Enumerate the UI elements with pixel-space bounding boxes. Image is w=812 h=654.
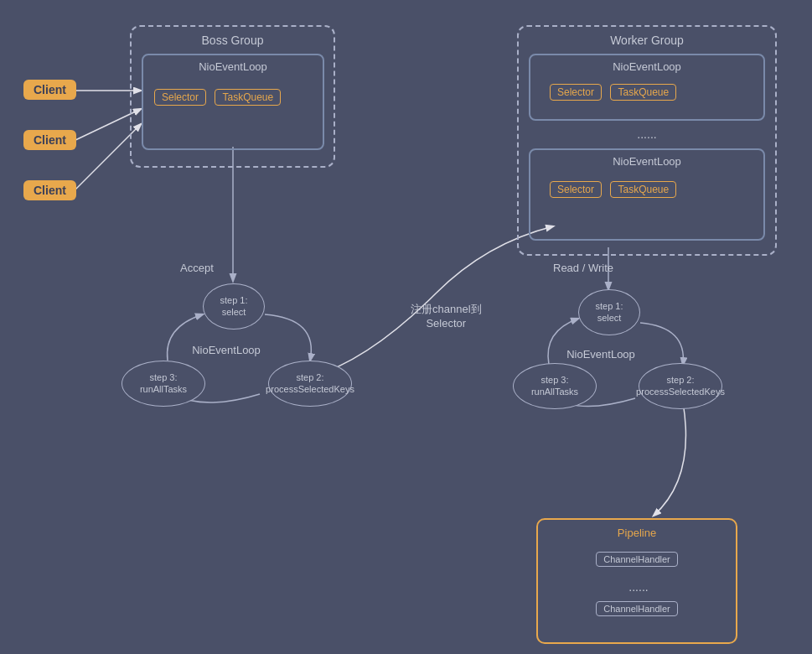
channel-handler-1-tag: ChannelHandler <box>596 552 678 567</box>
boss-nioeventloop-title: NioEventLoop <box>143 60 323 73</box>
accept-label: Accept <box>180 262 214 274</box>
client-2: Client <box>23 130 76 150</box>
worker-nioeventloop2-title: NioEventLoop <box>530 155 763 168</box>
diagram: Client Client Client Boss Group NioEvent… <box>0 0 812 654</box>
worker-step3: step 3: runAllTasks <box>513 363 597 409</box>
worker-step1: step 1: select <box>578 289 640 335</box>
boss-taskqueue-tag: TaskQueue <box>215 89 281 106</box>
client-1: Client <box>23 80 76 100</box>
worker-group: Worker Group NioEventLoop Selector TaskQ… <box>517 25 777 256</box>
registration-label: 注册channel到Selector <box>411 302 482 330</box>
worker-loop-label: NioEventLoop <box>542 348 659 361</box>
readwrite-label: Read / Write <box>553 262 613 274</box>
client-3: Client <box>23 180 76 200</box>
pipeline-dots: ...... <box>538 580 739 594</box>
worker-nioeventloop2-box: NioEventLoop Selector TaskQueue <box>529 148 765 241</box>
worker2-taskqueue-tag: TaskQueue <box>610 181 676 198</box>
worker1-selector-tag: Selector <box>550 84 602 101</box>
worker-nioeventloop1-title: NioEventLoop <box>530 60 763 73</box>
pipeline-title: Pipeline <box>538 527 736 539</box>
worker-dots: ...... <box>519 127 775 141</box>
worker-nioeventloop1-box: NioEventLoop Selector TaskQueue <box>529 54 765 121</box>
boss-loop-label: NioEventLoop <box>168 344 285 356</box>
boss-step2: step 2: processSelectedKeys <box>268 361 352 407</box>
boss-group-title: Boss Group <box>132 34 334 47</box>
worker-step2: step 2: processSelectedKeys <box>639 363 722 409</box>
worker-group-title: Worker Group <box>519 34 775 47</box>
boss-step1: step 1: select <box>203 283 265 330</box>
worker2-selector-tag: Selector <box>550 181 602 198</box>
boss-step3: step 3: runAllTasks <box>122 361 205 407</box>
boss-group: Boss Group NioEventLoop Selector TaskQue… <box>130 25 335 168</box>
worker1-taskqueue-tag: TaskQueue <box>610 84 676 101</box>
pipeline-box: Pipeline ChannelHandler ...... ChannelHa… <box>536 518 737 644</box>
channel-handler-2-tag: ChannelHandler <box>596 601 678 616</box>
boss-nioeventloop-box: NioEventLoop Selector TaskQueue <box>142 54 324 150</box>
boss-selector-tag: Selector <box>154 89 206 106</box>
